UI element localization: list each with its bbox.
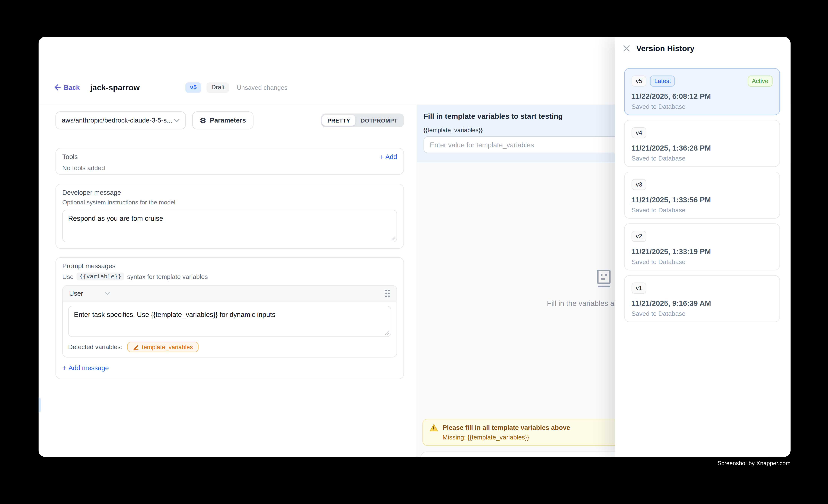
detected-variables-label: Detected variables: — [68, 343, 122, 351]
close-icon[interactable] — [623, 45, 630, 52]
version-status: Saved to Database — [631, 103, 773, 110]
tools-card: Tools + Add No tools added — [55, 148, 404, 175]
add-message-label: Add message — [69, 364, 109, 372]
toggle-pretty[interactable]: PRETTY — [322, 115, 356, 126]
active-badge: Active — [748, 76, 773, 87]
gear-icon: ⚙ — [200, 117, 206, 124]
tools-empty-text: No tools added — [62, 164, 397, 172]
version-card[interactable]: v5 Latest Active 11/22/2025, 6:08:12 PM … — [624, 68, 780, 115]
hint-code: {{variable}} — [77, 272, 124, 281]
format-toggle: PRETTY DOTPROMPT — [321, 114, 404, 127]
warning-triangle-icon — [429, 423, 438, 432]
version-history-title: Version History — [636, 44, 694, 53]
model-select-value: aws/anthropic/bedrock-claude-3-5-s... — [62, 117, 172, 124]
detected-variable-chip[interactable]: template_variables — [127, 342, 199, 352]
drag-handle-icon[interactable] — [384, 289, 390, 298]
tools-label: Tools — [62, 153, 78, 161]
page-title: jack-sparrow — [90, 83, 140, 92]
hint-suffix: syntax for template variables — [127, 273, 208, 280]
version-number-badge: v3 — [631, 179, 647, 190]
prompt-hint: Use {{variable}} syntax for template var… — [62, 272, 397, 281]
version-number-badge: v5 — [631, 76, 647, 87]
back-arrow-icon — [54, 84, 60, 91]
version-card[interactable]: v3 11/21/2025, 1:33:56 PM Saved to Datab… — [624, 172, 780, 219]
version-number-badge: v2 — [631, 231, 647, 242]
model-select[interactable]: aws/anthropic/bedrock-claude-3-5-s... — [55, 112, 186, 129]
role-select[interactable]: User — [69, 290, 111, 297]
version-history-panel: Version History v5 Latest Active 11/22/2… — [615, 37, 791, 457]
version-timestamp: 11/21/2025, 1:33:56 PM — [631, 195, 773, 204]
prompt-messages-card: Prompt messages Use {{variable}} syntax … — [55, 257, 404, 379]
prompt-message-block: User Enter task specifics. U — [62, 285, 397, 358]
unsaved-changes-text: Unsaved changes — [237, 84, 288, 91]
editor-column: aws/anthropic/bedrock-claude-3-5-s... ⚙ … — [39, 105, 417, 457]
parameters-button[interactable]: ⚙ Parameters — [192, 112, 253, 129]
version-card[interactable]: v4 11/21/2025, 1:36:28 PM Saved to Datab… — [624, 120, 780, 167]
version-timestamp: 11/22/2025, 6:08:12 PM — [631, 92, 773, 100]
edge-accent-decoration — [39, 398, 41, 413]
version-status: Saved to Database — [631, 206, 773, 214]
version-list: v5 Latest Active 11/22/2025, 6:08:12 PM … — [615, 59, 791, 322]
version-number-badge: v4 — [631, 127, 647, 138]
developer-message-label: Developer message — [62, 189, 397, 197]
toggle-dotprompt[interactable]: DOTPROMPT — [356, 115, 403, 126]
developer-message-textarea[interactable]: Respond as you are tom cruise — [62, 210, 397, 242]
role-select-value: User — [69, 290, 83, 297]
developer-message-sublabel: Optional system instructions for the mod… — [62, 199, 397, 206]
message-content-textarea[interactable]: Enter task specifics. Use {{template_var… — [68, 306, 391, 337]
version-timestamp: 11/21/2025, 1:33:19 PM — [631, 247, 773, 256]
version-card[interactable]: v1 11/21/2025, 9:16:39 AM Saved to Datab… — [624, 275, 780, 322]
chevron-down-icon — [106, 292, 111, 295]
detected-variable-name: template_variables — [142, 344, 193, 350]
add-tool-button[interactable]: + Add — [379, 153, 397, 161]
version-status: Saved to Database — [631, 310, 773, 317]
chevron-down-icon — [174, 119, 179, 122]
app-window: Back jack-sparrow v5 Draft Unsaved chang… — [39, 37, 791, 457]
add-tool-label: Add — [385, 153, 397, 161]
version-card[interactable]: v2 11/21/2025, 1:33:19 PM Saved to Datab… — [624, 223, 780, 270]
back-button[interactable]: Back — [54, 84, 80, 91]
pencil-icon — [133, 344, 139, 350]
detected-variables-row: Detected variables: template_variables — [68, 342, 391, 352]
version-timestamp: 11/21/2025, 9:16:39 AM — [631, 299, 773, 307]
model-toolbar: aws/anthropic/bedrock-claude-3-5-s... ⚙ … — [55, 112, 404, 129]
latest-badge: Latest — [650, 76, 675, 87]
message-header: User — [63, 286, 397, 301]
version-number-badge: v1 — [631, 283, 647, 294]
version-history-header: Version History — [615, 37, 791, 59]
plus-icon: + — [379, 153, 383, 160]
warning-title: Please fill in all template variables ab… — [443, 424, 570, 431]
version-timestamp: 11/21/2025, 1:36:28 PM — [631, 143, 773, 152]
plus-icon: + — [62, 364, 66, 371]
robot-face-icon — [594, 269, 614, 289]
parameters-label: Parameters — [210, 117, 246, 124]
version-status: Saved to Database — [631, 258, 773, 265]
prompt-messages-label: Prompt messages — [62, 262, 397, 270]
draft-badge: Draft — [207, 82, 229, 93]
watermark-text: Screenshot by Xnapper.com — [717, 460, 791, 466]
version-badge: v5 — [185, 82, 201, 93]
add-message-button[interactable]: + Add message — [62, 364, 109, 372]
screenshot-stage: Back jack-sparrow v5 Draft Unsaved chang… — [0, 0, 828, 504]
version-status: Saved to Database — [631, 155, 773, 162]
hint-prefix: Use — [62, 273, 74, 280]
back-label: Back — [64, 84, 80, 91]
developer-message-card: Developer message Optional system instru… — [55, 184, 404, 249]
